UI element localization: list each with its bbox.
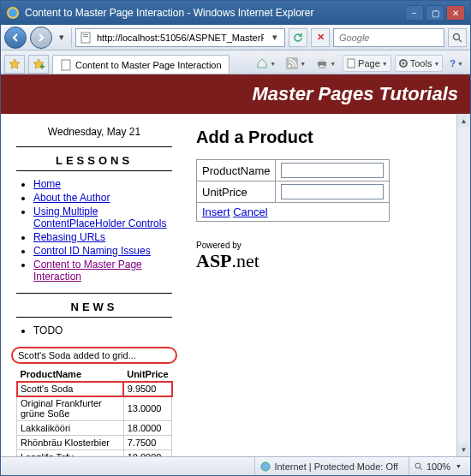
lesson-link[interactable]: About the Author	[33, 192, 110, 204]
body: Add a Product ProductName UnitPrice Inse…	[181, 114, 456, 456]
help-button[interactable]: ?▼	[446, 55, 467, 72]
stop-button[interactable]: ✕	[311, 28, 330, 47]
svg-rect-10	[62, 60, 70, 70]
window-title: Content to Master Page Interaction - Win…	[25, 7, 405, 19]
svg-line-21	[420, 467, 422, 470]
date-label: Wednesday, May 21	[16, 122, 172, 145]
svg-point-18	[402, 62, 404, 65]
tabbar: Content to Master Page Interaction ▼ ▼ ▼…	[1, 51, 470, 74]
list-item: Control ID Naming Issues	[33, 245, 172, 257]
table-row: Lakkalikööri18.0000	[17, 421, 172, 436]
page-heading: Add a Product	[196, 128, 441, 147]
table-header-row: ProductName UnitPrice	[17, 367, 172, 382]
product-form: ProductName UnitPrice Insert Cancel	[196, 159, 390, 222]
powered-by: Powered by ASP.net	[196, 241, 441, 272]
home-button[interactable]: ▼	[253, 55, 279, 72]
page-icon	[346, 58, 356, 68]
statusbar: Internet | Protected Mode: Off 100% ▼	[1, 456, 470, 475]
table-row: Scott's Soda9.9500	[17, 382, 172, 396]
list-item: TODO	[33, 324, 172, 336]
address-bar[interactable]: ▾	[75, 28, 285, 47]
scroll-down-button[interactable]: ▼	[457, 443, 470, 456]
banner-title: Master Pages Tutorials	[253, 83, 458, 104]
favorites-button[interactable]	[4, 55, 25, 74]
tab[interactable]: Content to Master Page Interaction	[52, 55, 230, 74]
col-price: UnitPrice	[123, 367, 171, 382]
maximize-button[interactable]: ▢	[426, 5, 444, 21]
news-heading: NEWS	[16, 300, 172, 313]
svg-rect-1	[81, 33, 90, 43]
print-button[interactable]: ▼	[313, 55, 339, 72]
tab-title: Content to Master Page Interaction	[75, 60, 222, 70]
zoom-dropdown[interactable]: ▼	[456, 463, 462, 469]
window-controls: − ▢ ✕	[405, 5, 465, 21]
viewport: Master Pages Tutorials Wednesday, May 21…	[1, 74, 470, 456]
forward-button[interactable]	[30, 27, 52, 49]
svg-point-4	[454, 33, 460, 39]
unitprice-input[interactable]	[281, 184, 384, 199]
page-icon	[60, 59, 72, 71]
field-label: ProductName	[197, 160, 276, 181]
titlebar: Content to Master Page Interaction - Win…	[1, 1, 470, 25]
lesson-link[interactable]: Control ID Naming Issues	[33, 245, 151, 257]
svg-rect-15	[319, 65, 325, 68]
refresh-button[interactable]	[289, 28, 307, 47]
lesson-link[interactable]: Rebasing URLs	[33, 231, 105, 243]
page-menu-button[interactable]: Page▼	[343, 55, 391, 72]
tools-menu-button[interactable]: Tools▼	[395, 55, 444, 72]
aspnet-logo: ASP.net	[196, 250, 441, 272]
svg-point-19	[261, 462, 270, 471]
url-history-dropdown[interactable]: ▾	[269, 29, 281, 46]
scroll-up-button[interactable]: ▲	[457, 114, 470, 128]
svg-rect-9	[42, 64, 44, 68]
url-input[interactable]	[95, 32, 265, 44]
ie-logo-icon	[6, 6, 20, 20]
svg-marker-6	[9, 59, 20, 68]
svg-line-5	[459, 39, 462, 42]
news-list: TODO	[16, 324, 172, 336]
search-input[interactable]	[337, 32, 440, 44]
scroll-track[interactable]	[457, 128, 470, 443]
status-message: Scott's Soda added to grid...	[11, 347, 177, 364]
svg-point-0	[8, 8, 18, 18]
back-button[interactable]	[4, 27, 27, 49]
insert-link[interactable]: Insert	[202, 205, 230, 218]
productname-input[interactable]	[281, 163, 384, 178]
zoom-icon	[414, 462, 423, 471]
svg-rect-2	[83, 34, 88, 35]
minimize-button[interactable]: −	[405, 5, 424, 21]
lessons-list: Home About the Author Using Multiple Con…	[16, 178, 172, 283]
search-button[interactable]	[448, 28, 467, 47]
svg-rect-14	[319, 59, 325, 62]
table-row: Original Frankfurter grüne Soße13.0000	[17, 396, 172, 421]
table-row: Rhönbräu Klosterbier7.7500	[17, 436, 172, 450]
list-item: Home	[33, 178, 172, 190]
close-button[interactable]: ✕	[446, 5, 465, 21]
field-label: UnitPrice	[197, 181, 276, 203]
gear-icon	[398, 58, 408, 68]
lesson-link[interactable]: Home	[33, 178, 61, 190]
svg-point-12	[289, 65, 291, 68]
add-favorites-button[interactable]	[28, 55, 49, 74]
feeds-button[interactable]: ▼	[283, 55, 309, 72]
zoom-control[interactable]: 100% ▼	[408, 457, 467, 475]
page-icon	[80, 32, 92, 44]
zone-info: Internet | Protected Mode: Off	[254, 457, 403, 475]
ie-window: Content to Master Page Interaction - Win…	[0, 0, 471, 476]
main: Wednesday, May 21 LESSONS Home About the…	[1, 114, 470, 456]
command-bar: ▼ ▼ ▼ Page▼ Tools▼ ?▼	[253, 55, 467, 74]
lesson-link[interactable]: Content to Master Page Interaction	[33, 259, 142, 283]
lesson-link[interactable]: Using Multiple ContentPlaceHolder Contro…	[33, 205, 166, 229]
recent-pages-dropdown[interactable]: ▾	[56, 29, 68, 46]
list-item: Rebasing URLs	[33, 231, 172, 243]
search-bar[interactable]	[333, 28, 444, 47]
col-name: ProductName	[17, 367, 124, 382]
list-item: Using Multiple ContentPlaceHolder Contro…	[33, 205, 172, 229]
cancel-link[interactable]: Cancel	[233, 205, 267, 218]
sidebar: Wednesday, May 21 LESSONS Home About the…	[1, 114, 181, 456]
vertical-scrollbar[interactable]: ▲ ▼	[456, 114, 470, 456]
table-row: Longlife Tofu10.0000	[17, 450, 172, 457]
internet-icon	[260, 461, 271, 472]
navbar: ▾ ▾ ✕	[1, 25, 470, 51]
svg-rect-3	[83, 36, 88, 37]
